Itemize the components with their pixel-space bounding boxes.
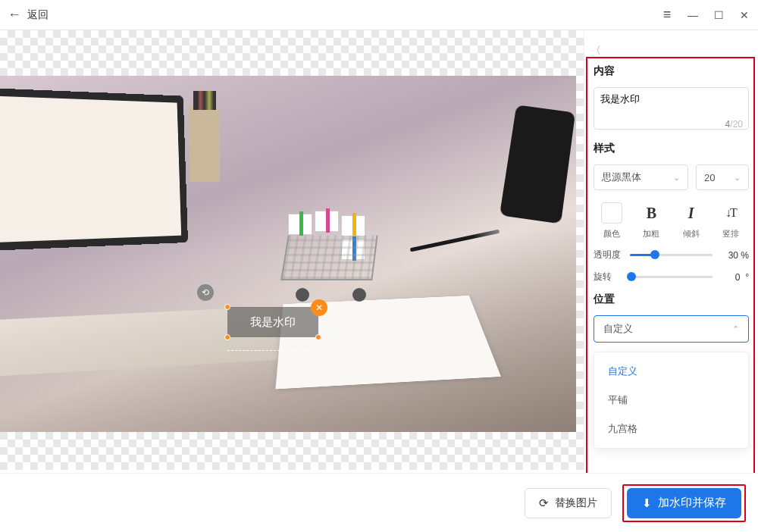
vertical-button[interactable]: ↓T 竖排 bbox=[713, 202, 749, 239]
vertical-text-icon: ↓T bbox=[720, 202, 741, 224]
download-icon: ⬇ bbox=[642, 496, 652, 510]
resize-handle-br[interactable] bbox=[315, 334, 321, 340]
close-button[interactable]: ✕ bbox=[738, 9, 750, 21]
color-swatch-icon bbox=[601, 202, 622, 224]
save-watermark-label: 加水印并保存 bbox=[658, 496, 726, 510]
position-option-custom[interactable]: 自定义 bbox=[594, 357, 748, 386]
canvas-area: 我是水印 ⟲ ✕ bbox=[0, 30, 584, 470]
baseline-guide bbox=[227, 350, 318, 351]
title-bar: ← 返回 ≡ — ☐ ✕ bbox=[0, 0, 758, 30]
italic-icon: I bbox=[681, 202, 702, 224]
color-button[interactable]: 颜色 bbox=[594, 202, 630, 239]
position-option-tile[interactable]: 平铺 bbox=[594, 386, 748, 415]
bold-icon: B bbox=[641, 202, 662, 224]
image-preview[interactable]: 我是水印 ⟲ ✕ bbox=[0, 76, 576, 432]
bold-button[interactable]: B 加粗 bbox=[633, 202, 669, 239]
rotate-value: 0 ° bbox=[719, 272, 749, 283]
chevron-up-icon: ⌃ bbox=[732, 324, 739, 334]
save-watermark-button[interactable]: ⬇ 加水印并保存 bbox=[627, 488, 741, 518]
font-select[interactable]: 思源黑体 ⌄ bbox=[594, 164, 688, 190]
rotate-slider[interactable] bbox=[630, 276, 713, 278]
opacity-label: 透明度 bbox=[594, 249, 624, 261]
font-size-value: 20 bbox=[704, 172, 715, 183]
slider-thumb[interactable] bbox=[650, 250, 659, 259]
back-label: 返回 bbox=[27, 8, 49, 22]
rotate-row: 旋转 0 ° bbox=[594, 271, 749, 283]
resize-handle-bl[interactable] bbox=[224, 334, 230, 340]
properties-panel: 〈 内容 4/20 样式 思源黑体 ⌄ 20 ⌄ bbox=[584, 30, 758, 470]
italic-button[interactable]: I 倾斜 bbox=[673, 202, 709, 239]
font-size-select[interactable]: 20 ⌄ bbox=[696, 164, 749, 190]
rotate-handle-icon[interactable]: ⟲ bbox=[197, 284, 214, 301]
delete-watermark-icon[interactable]: ✕ bbox=[311, 299, 327, 316]
arrow-left-icon: ← bbox=[8, 7, 21, 23]
replace-image-label: 替换图片 bbox=[555, 496, 597, 510]
maximize-button[interactable]: ☐ bbox=[713, 9, 725, 21]
position-option-grid[interactable]: 九宫格 bbox=[594, 415, 748, 443]
section-title-style: 样式 bbox=[594, 142, 749, 155]
chevron-down-icon: ⌄ bbox=[734, 173, 741, 183]
rotate-label: 旋转 bbox=[594, 271, 624, 283]
main-area: 我是水印 ⟲ ✕ 〈 内容 4/20 样式 bbox=[0, 30, 758, 470]
menu-icon[interactable]: ≡ bbox=[661, 9, 673, 21]
char-counter: 4/20 bbox=[725, 119, 743, 130]
position-select[interactable]: 自定义 ⌃ bbox=[594, 315, 749, 343]
panel-back-icon[interactable]: 〈 bbox=[590, 44, 601, 58]
swap-icon: ⟳ bbox=[539, 496, 549, 510]
slider-thumb[interactable] bbox=[627, 272, 636, 281]
chevron-down-icon: ⌄ bbox=[673, 173, 680, 183]
bottom-bar: ⟳ 替换图片 ⬇ 加水印并保存 bbox=[0, 473, 758, 532]
window-controls: ≡ — ☐ ✕ bbox=[661, 9, 750, 21]
font-select-value: 思源黑体 bbox=[602, 171, 641, 184]
replace-image-button[interactable]: ⟳ 替换图片 bbox=[525, 488, 612, 518]
watermark-text: 我是水印 bbox=[250, 315, 296, 330]
section-title-position: 位置 bbox=[594, 293, 749, 306]
section-title-content: 内容 bbox=[594, 64, 749, 78]
opacity-value: 30 % bbox=[719, 250, 749, 261]
resize-handle-tl[interactable] bbox=[224, 304, 230, 310]
opacity-row: 透明度 30 % bbox=[594, 249, 749, 261]
primary-highlight-box: ⬇ 加水印并保存 bbox=[622, 484, 746, 522]
watermark-box[interactable]: 我是水印 ⟲ ✕ bbox=[227, 307, 318, 337]
back-button[interactable]: ← 返回 bbox=[8, 7, 49, 23]
position-dropdown: 自定义 平铺 九宫格 bbox=[594, 352, 749, 449]
opacity-slider[interactable] bbox=[630, 254, 713, 256]
minimize-button[interactable]: — bbox=[687, 9, 699, 21]
position-select-value: 自定义 bbox=[603, 322, 633, 336]
